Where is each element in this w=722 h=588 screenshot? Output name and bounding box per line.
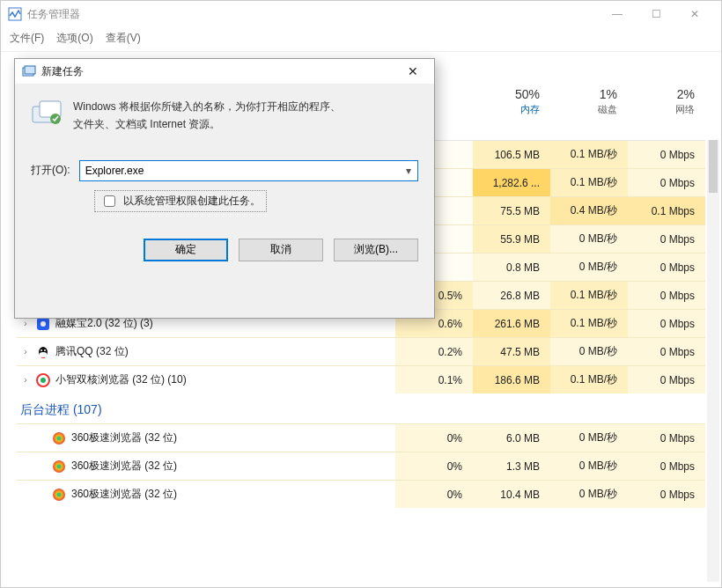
process-name-cell[interactable]: 360极速浏览器 (32 位)	[17, 459, 395, 474]
process-name: 360极速浏览器 (32 位)	[71, 487, 177, 502]
metric-cell: 6.0 MB	[473, 424, 550, 452]
admin-checkbox-row[interactable]: 以系统管理权限创建此任务。	[94, 190, 267, 212]
metric-cell: 0 Mbps	[628, 225, 705, 253]
menu-file[interactable]: 文件(F)	[10, 31, 44, 46]
metric-cell: 0 Mbps	[628, 366, 705, 393]
col-disk-lbl: 磁盘	[550, 103, 617, 116]
dialog-close-button[interactable]: ✕	[399, 61, 427, 82]
menu-bar: 文件(F) 选项(O) 查看(V)	[1, 27, 721, 52]
vertical-scrollbar[interactable]	[707, 140, 719, 582]
metric-cell: 0.1%	[395, 366, 473, 393]
browse-button[interactable]: 浏览(B)...	[334, 239, 418, 261]
app-icon	[52, 488, 66, 502]
run-dialog-icon	[22, 64, 36, 78]
admin-checkbox-label: 以系统管理权限创建此任务。	[123, 194, 261, 209]
metric-cell: 0 Mbps	[628, 254, 705, 281]
metric-cell: 0 MB/秒	[550, 481, 628, 508]
title-bar[interactable]: 任务管理器 — ☐ ✕	[1, 1, 721, 27]
col-network[interactable]: 2% 网络	[628, 87, 705, 116]
metric-cell: 0.1 MB/秒	[550, 169, 628, 196]
metric-cell: 0.1 MB/秒	[550, 141, 628, 168]
process-name: 小智双核浏览器 (32 位) (10)	[55, 372, 187, 387]
col-disk[interactable]: 1% 磁盘	[550, 87, 628, 116]
metric-cell: 0%	[395, 481, 473, 508]
metric-cell: 0.1 MB/秒	[550, 366, 628, 393]
process-name-cell[interactable]: 360极速浏览器 (32 位)	[17, 487, 395, 502]
metric-cell: 10.4 MB	[473, 481, 550, 508]
table-row[interactable]: 360极速浏览器 (32 位) 0%6.0 MB0 MB/秒0 Mbps	[17, 423, 705, 452]
metric-cell: 261.6 MB	[473, 310, 550, 337]
minimize-button[interactable]: —	[598, 1, 637, 27]
metric-cell: 0 MB/秒	[550, 424, 628, 452]
process-name-cell[interactable]: 360极速浏览器 (32 位)	[17, 430, 395, 445]
metric-cell: 0.1 MB/秒	[550, 282, 628, 309]
metric-cell: 0%	[395, 424, 473, 452]
open-combobox[interactable]: ▾	[79, 160, 418, 181]
expand-icon[interactable]: ›	[20, 375, 31, 385]
dialog-prompt-text: Windows 将根据你所键入的名称，为你打开相应的程序、 文件夹、文档或 In…	[73, 98, 341, 134]
process-name-cell[interactable]: › 腾讯QQ (32 位)	[17, 344, 395, 359]
svg-point-15	[57, 492, 62, 496]
table-row[interactable]: 360极速浏览器 (32 位) 0%10.4 MB0 MB/秒0 Mbps	[17, 480, 705, 508]
column-headers: 50% 内存 1% 磁盘 2% 网络	[473, 87, 705, 116]
svg-point-13	[57, 464, 62, 468]
expand-icon[interactable]: ›	[20, 347, 31, 356]
metric-cell: 0 MB/秒	[550, 225, 628, 253]
admin-checkbox[interactable]	[104, 195, 115, 207]
open-label: 打开(O):	[31, 163, 70, 178]
maximize-button[interactable]: ☐	[637, 1, 675, 27]
table-row[interactable]: › 小智双核浏览器 (32 位) (10) 0.1%186.6 MB0.1 MB…	[17, 365, 705, 393]
prompt-line-2: 文件夹、文档或 Internet 资源。	[73, 115, 341, 133]
cancel-button[interactable]: 取消	[239, 239, 323, 261]
table-row[interactable]: 360极速浏览器 (32 位) 0%1.3 MB0 MB/秒0 Mbps	[17, 452, 705, 480]
app-icon	[52, 431, 66, 445]
svg-point-6	[41, 349, 42, 351]
metric-cell: 0 MB/秒	[550, 254, 628, 281]
close-button[interactable]: ✕	[675, 1, 714, 27]
app-icon	[36, 373, 50, 387]
taskmgr-icon	[8, 7, 22, 21]
metric-cell: 0 Mbps	[628, 481, 705, 508]
chevron-down-icon[interactable]: ▾	[400, 161, 417, 180]
section-header-bg: 后台进程 (107)	[17, 393, 705, 423]
metric-cell: 0 Mbps	[628, 169, 705, 196]
svg-point-7	[44, 349, 46, 351]
menu-view[interactable]: 查看(V)	[106, 31, 141, 46]
process-name-cell[interactable]: › 小智双核浏览器 (32 位) (10)	[17, 372, 395, 387]
metric-cell: 1,282.6 ...	[473, 169, 550, 196]
metric-cell: 0%	[395, 452, 473, 480]
svg-point-9	[41, 378, 46, 383]
col-memory[interactable]: 50% 内存	[473, 87, 550, 116]
svg-rect-17	[25, 66, 35, 74]
metric-cell: 0.1 Mbps	[628, 197, 705, 224]
metric-cell: 0 Mbps	[628, 282, 705, 309]
expand-icon[interactable]: ›	[20, 319, 31, 328]
metric-cell: 0 Mbps	[628, 452, 705, 480]
col-network-lbl: 网络	[628, 103, 695, 116]
col-memory-pct: 50%	[473, 87, 540, 101]
metric-cell: 0 Mbps	[628, 310, 705, 337]
metric-cell: 0 Mbps	[628, 424, 705, 452]
col-memory-lbl: 内存	[473, 103, 540, 116]
svg-point-11	[57, 436, 62, 440]
ok-button[interactable]: 确定	[144, 239, 228, 261]
col-network-pct: 2%	[628, 87, 695, 101]
svg-point-3	[41, 321, 46, 327]
metric-cell: 1.3 MB	[473, 452, 550, 480]
table-row[interactable]: › 腾讯QQ (32 位) 0.2%47.5 MB0 MB/秒0 Mbps	[17, 337, 705, 365]
dialog-title-bar[interactable]: 新建任务 ✕	[15, 59, 434, 84]
metric-cell: 0.4 MB/秒	[550, 197, 628, 224]
prompt-line-1: Windows 将根据你所键入的名称，为你打开相应的程序、	[73, 98, 341, 115]
open-input[interactable]	[79, 160, 418, 181]
menu-options[interactable]: 选项(O)	[56, 31, 92, 46]
scrollbar-thumb[interactable]	[709, 140, 718, 193]
new-task-dialog: 新建任务 ✕ Windows 将根据你所键入的名称，为你打开相应的程序、 文件夹…	[14, 58, 435, 319]
metric-cell: 75.5 MB	[473, 197, 550, 224]
process-name: 360极速浏览器 (32 位)	[71, 430, 177, 445]
process-name: 腾讯QQ (32 位)	[55, 344, 129, 359]
metric-cell: 186.6 MB	[473, 366, 550, 393]
svg-point-5	[40, 352, 48, 357]
col-disk-pct: 1%	[550, 87, 617, 101]
metric-cell: 47.5 MB	[473, 338, 550, 365]
metric-cell: 0 Mbps	[628, 338, 705, 365]
